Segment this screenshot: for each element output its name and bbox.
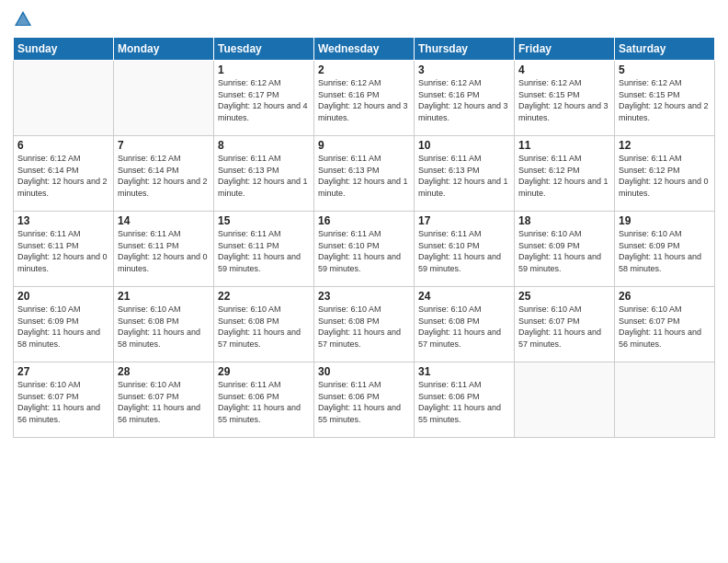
day-info: Sunrise: 6:11 AM Sunset: 6:11 PM Dayligh… (17, 228, 109, 274)
calendar-day-cell: 7Sunrise: 6:12 AM Sunset: 6:14 PM Daylig… (114, 136, 214, 212)
day-number: 9 (318, 139, 410, 152)
calendar-day-cell: 21Sunrise: 6:10 AM Sunset: 6:08 PM Dayli… (114, 287, 214, 362)
day-info: Sunrise: 6:11 AM Sunset: 6:06 PM Dayligh… (418, 379, 510, 425)
weekday-header: Thursday (415, 38, 515, 61)
day-number: 3 (418, 63, 510, 76)
day-info: Sunrise: 6:10 AM Sunset: 6:09 PM Dayligh… (518, 228, 610, 274)
day-number: 12 (619, 139, 711, 152)
day-number: 15 (218, 214, 310, 227)
calendar-day-cell: 15Sunrise: 6:11 AM Sunset: 6:11 PM Dayli… (214, 212, 314, 287)
day-number: 28 (118, 365, 210, 378)
calendar-week-row: 20Sunrise: 6:10 AM Sunset: 6:09 PM Dayli… (14, 287, 715, 362)
calendar-day-cell: 17Sunrise: 6:11 AM Sunset: 6:10 PM Dayli… (415, 212, 515, 287)
calendar-day-cell: 3Sunrise: 6:12 AM Sunset: 6:16 PM Daylig… (415, 61, 515, 136)
calendar-day-cell (615, 362, 715, 438)
day-number: 22 (218, 290, 310, 303)
day-number: 17 (418, 214, 510, 227)
day-info: Sunrise: 6:12 AM Sunset: 6:17 PM Dayligh… (218, 77, 310, 123)
day-number: 10 (418, 139, 510, 152)
day-info: Sunrise: 6:11 AM Sunset: 6:13 PM Dayligh… (418, 153, 510, 199)
day-info: Sunrise: 6:11 AM Sunset: 6:10 PM Dayligh… (318, 228, 410, 274)
day-number: 27 (17, 365, 109, 378)
day-info: Sunrise: 6:12 AM Sunset: 6:16 PM Dayligh… (318, 77, 410, 123)
calendar-day-cell: 30Sunrise: 6:11 AM Sunset: 6:06 PM Dayli… (314, 362, 415, 438)
day-info: Sunrise: 6:10 AM Sunset: 6:09 PM Dayligh… (17, 304, 109, 350)
calendar-day-cell: 20Sunrise: 6:10 AM Sunset: 6:09 PM Dayli… (14, 287, 114, 362)
calendar-day-cell: 5Sunrise: 6:12 AM Sunset: 6:15 PM Daylig… (615, 61, 715, 136)
calendar-day-cell: 18Sunrise: 6:10 AM Sunset: 6:09 PM Dayli… (515, 212, 615, 287)
day-number: 31 (418, 365, 510, 378)
day-number: 18 (518, 214, 610, 227)
day-number: 23 (318, 290, 410, 303)
calendar-day-cell (515, 362, 615, 438)
calendar-day-cell (14, 61, 114, 136)
day-number: 16 (318, 214, 410, 227)
page-header (13, 9, 715, 29)
day-number: 2 (318, 63, 410, 76)
day-info: Sunrise: 6:12 AM Sunset: 6:15 PM Dayligh… (619, 77, 711, 123)
day-number: 29 (218, 365, 310, 378)
calendar-day-cell: 27Sunrise: 6:10 AM Sunset: 6:07 PM Dayli… (14, 362, 114, 438)
day-info: Sunrise: 6:12 AM Sunset: 6:14 PM Dayligh… (17, 153, 109, 199)
day-info: Sunrise: 6:10 AM Sunset: 6:08 PM Dayligh… (318, 304, 410, 350)
day-info: Sunrise: 6:11 AM Sunset: 6:06 PM Dayligh… (318, 379, 410, 425)
logo (13, 9, 37, 29)
calendar-day-cell: 25Sunrise: 6:10 AM Sunset: 6:07 PM Dayli… (515, 287, 615, 362)
calendar-day-cell: 31Sunrise: 6:11 AM Sunset: 6:06 PM Dayli… (415, 362, 515, 438)
day-number: 4 (518, 63, 610, 76)
day-info: Sunrise: 6:11 AM Sunset: 6:06 PM Dayligh… (218, 379, 310, 425)
day-info: Sunrise: 6:11 AM Sunset: 6:11 PM Dayligh… (218, 228, 310, 274)
calendar-day-cell: 12Sunrise: 6:11 AM Sunset: 6:12 PM Dayli… (615, 136, 715, 212)
calendar-day-cell: 28Sunrise: 6:10 AM Sunset: 6:07 PM Dayli… (114, 362, 214, 438)
calendar-week-row: 13Sunrise: 6:11 AM Sunset: 6:11 PM Dayli… (14, 212, 715, 287)
day-number: 26 (619, 290, 711, 303)
day-number: 19 (619, 214, 711, 227)
day-info: Sunrise: 6:11 AM Sunset: 6:10 PM Dayligh… (418, 228, 510, 274)
day-number: 25 (518, 290, 610, 303)
day-number: 20 (17, 290, 109, 303)
day-info: Sunrise: 6:12 AM Sunset: 6:15 PM Dayligh… (518, 77, 610, 123)
day-info: Sunrise: 6:10 AM Sunset: 6:07 PM Dayligh… (518, 304, 610, 350)
day-number: 8 (218, 139, 310, 152)
day-info: Sunrise: 6:10 AM Sunset: 6:07 PM Dayligh… (619, 304, 711, 350)
calendar-day-cell: 4Sunrise: 6:12 AM Sunset: 6:15 PM Daylig… (515, 61, 615, 136)
day-info: Sunrise: 6:12 AM Sunset: 6:14 PM Dayligh… (118, 153, 210, 199)
weekday-header: Tuesday (214, 38, 314, 61)
day-info: Sunrise: 6:10 AM Sunset: 6:08 PM Dayligh… (418, 304, 510, 350)
calendar-day-cell: 26Sunrise: 6:10 AM Sunset: 6:07 PM Dayli… (615, 287, 715, 362)
weekday-header: Wednesday (314, 38, 415, 61)
day-info: Sunrise: 6:10 AM Sunset: 6:08 PM Dayligh… (118, 304, 210, 350)
weekday-header: Sunday (14, 38, 114, 61)
calendar-week-row: 1Sunrise: 6:12 AM Sunset: 6:17 PM Daylig… (14, 61, 715, 136)
calendar-day-cell: 29Sunrise: 6:11 AM Sunset: 6:06 PM Dayli… (214, 362, 314, 438)
logo-icon (13, 9, 33, 29)
day-info: Sunrise: 6:10 AM Sunset: 6:07 PM Dayligh… (118, 379, 210, 425)
day-info: Sunrise: 6:10 AM Sunset: 6:09 PM Dayligh… (619, 228, 711, 274)
calendar-day-cell: 19Sunrise: 6:10 AM Sunset: 6:09 PM Dayli… (615, 212, 715, 287)
day-info: Sunrise: 6:11 AM Sunset: 6:13 PM Dayligh… (318, 153, 410, 199)
calendar-day-cell: 11Sunrise: 6:11 AM Sunset: 6:12 PM Dayli… (515, 136, 615, 212)
calendar-header-row: SundayMondayTuesdayWednesdayThursdayFrid… (14, 38, 715, 61)
day-info: Sunrise: 6:12 AM Sunset: 6:16 PM Dayligh… (418, 77, 510, 123)
calendar-day-cell: 2Sunrise: 6:12 AM Sunset: 6:16 PM Daylig… (314, 61, 415, 136)
calendar-day-cell: 6Sunrise: 6:12 AM Sunset: 6:14 PM Daylig… (14, 136, 114, 212)
day-number: 30 (318, 365, 410, 378)
calendar-day-cell: 24Sunrise: 6:10 AM Sunset: 6:08 PM Dayli… (415, 287, 515, 362)
calendar-day-cell: 13Sunrise: 6:11 AM Sunset: 6:11 PM Dayli… (14, 212, 114, 287)
calendar-day-cell: 1Sunrise: 6:12 AM Sunset: 6:17 PM Daylig… (214, 61, 314, 136)
day-number: 21 (118, 290, 210, 303)
day-number: 1 (218, 63, 310, 76)
weekday-header: Saturday (615, 38, 715, 61)
calendar-week-row: 27Sunrise: 6:10 AM Sunset: 6:07 PM Dayli… (14, 362, 715, 438)
calendar-day-cell: 9Sunrise: 6:11 AM Sunset: 6:13 PM Daylig… (314, 136, 415, 212)
calendar-table: SundayMondayTuesdayWednesdayThursdayFrid… (13, 37, 715, 438)
day-number: 7 (118, 139, 210, 152)
calendar-day-cell: 23Sunrise: 6:10 AM Sunset: 6:08 PM Dayli… (314, 287, 415, 362)
day-info: Sunrise: 6:11 AM Sunset: 6:12 PM Dayligh… (518, 153, 610, 199)
calendar-day-cell: 10Sunrise: 6:11 AM Sunset: 6:13 PM Dayli… (415, 136, 515, 212)
day-info: Sunrise: 6:11 AM Sunset: 6:12 PM Dayligh… (619, 153, 711, 199)
day-number: 24 (418, 290, 510, 303)
calendar-day-cell: 22Sunrise: 6:10 AM Sunset: 6:08 PM Dayli… (214, 287, 314, 362)
calendar-day-cell: 16Sunrise: 6:11 AM Sunset: 6:10 PM Dayli… (314, 212, 415, 287)
weekday-header: Monday (114, 38, 214, 61)
